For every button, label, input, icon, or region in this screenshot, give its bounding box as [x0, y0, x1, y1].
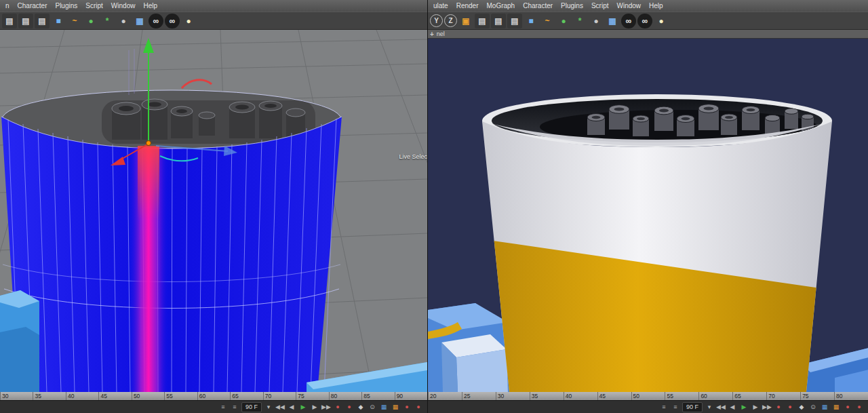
keyframe-selection-button[interactable]: ◆ [356, 402, 366, 412]
goto-end-button[interactable]: ▶▶ [762, 402, 772, 412]
timeline-options-icon[interactable]: ≡ [671, 402, 680, 412]
current-frame-field[interactable]: 90 F [241, 402, 262, 412]
frame-dropdown-caret[interactable]: ▾ [264, 402, 273, 412]
record-a-button[interactable]: ● [402, 402, 412, 412]
c4d-dual-window-screenshot: nCharacterPluginsScriptWindowHelp ▤▤▤■~●… [0, 0, 868, 413]
keyframe-selection-button[interactable]: ◆ [797, 402, 806, 412]
record-b-button[interactable]: ● [854, 402, 864, 412]
menu-item[interactable]: Script [587, 0, 613, 12]
subdivision-surface-icon[interactable]: ● [83, 14, 98, 28]
ruler-tick: 55 [164, 392, 197, 400]
record-options-button[interactable]: ⊙ [808, 402, 818, 412]
playback-range-button[interactable]: ▦ [831, 402, 841, 412]
render-settings-icon[interactable]: ▤ [507, 14, 522, 28]
previous-key-button[interactable]: ◀ [287, 402, 296, 412]
mograph-cloner-icon[interactable]: * [100, 14, 115, 28]
selected-edge-hot-tip [138, 146, 159, 220]
right-timeline-ruler[interactable]: 20253035404550556065707580 [428, 392, 868, 400]
timeline-options-icon[interactable]: ≡ [230, 402, 239, 412]
menu-item[interactable]: Script [81, 0, 107, 12]
right-viewport-canvas [428, 39, 868, 392]
menu-item[interactable]: MoGraph [483, 0, 519, 12]
render-view-icon[interactable]: ▤ [475, 14, 490, 28]
left-menubar: nCharacterPluginsScriptWindowHelp [0, 0, 427, 12]
left-c4d-window: nCharacterPluginsScriptWindowHelp ▤▤▤■~●… [0, 0, 427, 413]
record-b-button[interactable]: ● [414, 402, 423, 412]
infinity-tool-icon[interactable]: ∞ [149, 14, 163, 28]
menu-item[interactable]: ulate [429, 0, 452, 12]
menu-item[interactable]: Help [645, 0, 667, 12]
previous-key-button[interactable]: ◀ [728, 402, 737, 412]
current-frame-field[interactable]: 90 F [682, 402, 703, 412]
playback-group: ◀◀◀▶▶▶▶●●◆⊙▦▦●● [716, 402, 864, 412]
timeline-layers-icon[interactable]: ≡ [218, 402, 228, 412]
ruler-tick: 40 [66, 392, 98, 400]
menu-item[interactable]: Render [452, 0, 483, 12]
playback-group: ◀◀◀▶▶▶▶●●◆⊙▦▦●● [275, 402, 423, 412]
axis-lock-z-button[interactable]: Z [444, 14, 457, 27]
autokey-button[interactable]: ● [344, 402, 354, 412]
render-settings-icon[interactable]: ▤ [35, 14, 50, 28]
light-object-icon[interactable]: ● [181, 14, 196, 28]
play-button[interactable]: ▶ [739, 402, 749, 412]
next-key-button[interactable]: ▶ [310, 402, 319, 412]
left-viewport-canvas [0, 30, 427, 392]
right-panel-tab-strip: + nel [428, 30, 868, 39]
timeline-layers-icon[interactable]: ≡ [659, 402, 669, 412]
render-to-picture-viewer-icon[interactable]: ▤ [491, 14, 506, 28]
playback-range-button[interactable]: ▦ [391, 402, 400, 412]
ruler-tick: 60 [698, 392, 732, 400]
left-toolbar: ▤▤▤■~●*●▦∞∞● [0, 12, 427, 30]
render-view-icon[interactable]: ▤ [2, 14, 17, 28]
playback-grid-button[interactable]: ▦ [379, 402, 389, 412]
record-options-button[interactable]: ⊙ [368, 402, 377, 412]
sphere-object-icon[interactable]: ● [589, 14, 604, 28]
left-viewport-editor[interactable]: Live Selec [0, 30, 427, 392]
subdivision-surface-icon[interactable]: ● [556, 14, 571, 28]
left-timeline-ruler[interactable]: 30354045505560657075808590 [0, 392, 427, 400]
record-a-button[interactable]: ● [843, 402, 852, 412]
light-object-icon[interactable]: ● [654, 14, 669, 28]
infinity-tool-icon-2[interactable]: ∞ [165, 14, 180, 28]
play-button[interactable]: ▶ [298, 402, 308, 412]
sphere-object-icon[interactable]: ● [116, 14, 131, 28]
infinity-tool-icon[interactable]: ∞ [621, 14, 636, 28]
goto-start-button[interactable]: ◀◀ [275, 402, 285, 412]
goto-end-button[interactable]: ▶▶ [321, 402, 331, 412]
menu-item[interactable]: n [1, 0, 14, 12]
menu-item[interactable]: Plugins [557, 0, 587, 12]
render-to-picture-viewer-icon[interactable]: ▤ [18, 14, 33, 28]
ruler-tick: 45 [597, 392, 631, 400]
add-cube-icon[interactable]: ■ [51, 14, 66, 28]
mograph-cloner-icon[interactable]: * [572, 14, 587, 28]
right-c4d-window: ulateRenderMoGraphCharacterPluginsScript… [427, 0, 868, 413]
spline-pen-icon[interactable]: ~ [67, 14, 82, 28]
goto-start-button[interactable]: ◀◀ [716, 402, 726, 412]
right-toolbar: YZ▣▤▤▤■~●*●▦∞∞● [428, 12, 868, 30]
right-animation-toolbar: ≡≡ 90 F ▾ ◀◀◀▶▶▶▶●●◆⊙▦▦●● [428, 400, 868, 413]
menu-item[interactable]: Window [612, 0, 645, 12]
ruler-tick: 60 [197, 392, 230, 400]
menu-item[interactable]: Character [519, 0, 557, 12]
workplane-pane-icon[interactable]: ▦ [605, 14, 620, 28]
right-viewport-render[interactable] [428, 39, 868, 392]
spline-pen-icon[interactable]: ~ [540, 14, 555, 28]
menu-item[interactable]: Plugins [51, 0, 81, 12]
coordinates-panel-icon[interactable]: ▣ [458, 14, 473, 28]
menu-item[interactable]: Character [14, 0, 52, 12]
infinity-tool-icon-2[interactable]: ∞ [637, 14, 652, 28]
record-keyframe-button[interactable]: ● [333, 402, 342, 412]
menu-item[interactable]: Window [107, 0, 140, 12]
menu-item[interactable]: Help [139, 0, 161, 12]
ruler-tick: 85 [361, 392, 394, 400]
axis-lock-y-button[interactable]: Y [430, 14, 443, 27]
playback-grid-button[interactable]: ▦ [820, 402, 829, 412]
record-keyframe-button[interactable]: ● [774, 402, 783, 412]
add-cube-icon[interactable]: ■ [524, 14, 538, 28]
autokey-button[interactable]: ● [785, 402, 795, 412]
pan-handle-icon[interactable]: + [430, 31, 434, 38]
next-key-button[interactable]: ▶ [751, 402, 760, 412]
frame-dropdown-caret[interactable]: ▾ [705, 402, 714, 412]
workplane-pane-icon[interactable]: ▦ [132, 14, 147, 28]
ruler-tick: 25 [462, 392, 496, 400]
